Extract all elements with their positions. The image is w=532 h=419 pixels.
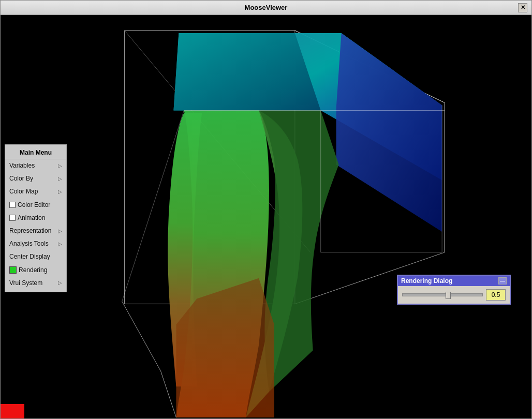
red-indicator [1,404,24,418]
menu-title: Main Menu [5,147,66,159]
rendering-value-display: 0.5 [486,289,506,301]
app-window: MooseViewer ✕ [0,0,532,419]
rendering-label: Rendering [19,265,47,275]
variables-label: Variables [9,161,35,171]
color-by-label: Color By [9,174,33,184]
color-editor-label: Color Editor [18,200,50,210]
representation-label: Representation [9,226,51,236]
rendering-slider[interactable] [402,293,483,296]
sidebar-item-color-map[interactable]: Color Map ▷ [5,185,66,198]
svg-marker-4 [336,33,442,232]
rendering-dialog-body: 0.5 [398,286,510,304]
variables-arrow-icon: ▷ [58,162,62,170]
vrui-system-arrow-icon: ▷ [58,279,62,287]
svg-marker-3 [173,33,320,111]
color-map-arrow-icon: ▷ [58,188,62,196]
sidebar-item-color-editor[interactable]: Color Editor [5,199,66,212]
animation-label: Animation [18,213,45,223]
sidebar-item-color-by[interactable]: Color By ▷ [5,172,66,185]
vrui-system-label: Vrui System [9,278,42,288]
sidebar-item-analysis-tools[interactable]: Analysis Tools ▷ [5,237,66,250]
center-display-label: Center Display [9,252,50,262]
analysis-tools-arrow-icon: ▷ [58,240,62,248]
sidebar-item-center-display[interactable]: Center Display [5,250,66,263]
animation-checkbox[interactable] [9,215,16,221]
rendering-dialog-title: Rendering Dialog [401,277,452,285]
color-map-label: Color Map [9,187,38,197]
representation-arrow-icon: ▷ [58,227,62,235]
color-by-arrow-icon: ▷ [58,175,62,183]
color-editor-checkbox[interactable] [9,202,16,208]
analysis-tools-label: Analysis Tools [9,239,49,249]
rendering-minimize-button[interactable]: — [498,277,507,285]
close-button[interactable]: ✕ [518,3,527,12]
sidebar-item-variables[interactable]: Variables ▷ [5,159,66,172]
rendering-swatch-icon [9,266,17,274]
menu-panel: Main Menu Variables ▷ Color By ▷ Color M… [5,144,67,292]
window-title: MooseViewer [245,4,288,11]
scene-svg [1,15,531,418]
rendering-dialog-title-bar: Rendering Dialog — [398,276,510,286]
title-bar: MooseViewer ✕ [1,1,531,15]
sidebar-item-representation[interactable]: Representation ▷ [5,225,66,237]
sidebar-item-animation[interactable]: Animation [5,212,66,225]
rendering-dialog: Rendering Dialog — 0.5 [397,275,511,305]
rendering-slider-thumb[interactable] [446,292,451,299]
viewport: Main Menu Variables ▷ Color By ▷ Color M… [1,15,531,418]
sidebar-item-vrui-system[interactable]: Vrui System ▷ [5,277,66,290]
sidebar-item-rendering[interactable]: Rendering [5,264,66,277]
